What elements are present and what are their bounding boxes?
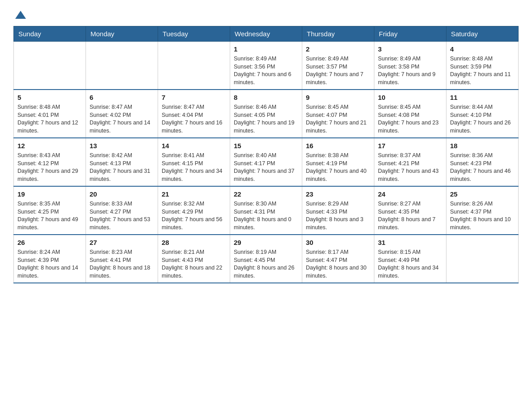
calendar-cell: 28Sunrise: 8:21 AMSunset: 4:43 PMDayligh… xyxy=(158,235,230,283)
calendar-cell: 20Sunrise: 8:33 AMSunset: 4:27 PMDayligh… xyxy=(86,186,158,235)
day-number: 2 xyxy=(306,44,370,54)
day-info: Sunrise: 8:49 AMSunset: 3:58 PMDaylight:… xyxy=(378,55,442,86)
calendar-week-row: 26Sunrise: 8:24 AMSunset: 4:39 PMDayligh… xyxy=(14,235,519,283)
day-info: Sunrise: 8:37 AMSunset: 4:21 PMDaylight:… xyxy=(378,152,442,183)
day-info: Sunrise: 8:46 AMSunset: 4:05 PMDaylight:… xyxy=(234,103,298,135)
day-number: 28 xyxy=(162,238,226,247)
day-number: 8 xyxy=(234,93,298,102)
calendar-cell: 7Sunrise: 8:47 AMSunset: 4:04 PMDaylight… xyxy=(158,90,230,138)
calendar-cell: 4Sunrise: 8:48 AMSunset: 3:59 PMDaylight… xyxy=(446,42,519,90)
day-info: Sunrise: 8:47 AMSunset: 4:02 PMDaylight:… xyxy=(90,103,154,135)
day-number: 11 xyxy=(450,93,515,102)
day-number: 21 xyxy=(162,189,226,199)
day-number: 23 xyxy=(306,189,370,199)
calendar-cell xyxy=(446,235,519,283)
day-number: 24 xyxy=(378,189,442,199)
calendar-cell: 21Sunrise: 8:32 AMSunset: 4:29 PMDayligh… xyxy=(158,186,230,235)
header-day: Friday xyxy=(374,26,446,42)
day-info: Sunrise: 8:33 AMSunset: 4:27 PMDaylight:… xyxy=(90,200,154,231)
calendar-cell: 13Sunrise: 8:42 AMSunset: 4:13 PMDayligh… xyxy=(86,138,158,186)
calendar-cell: 22Sunrise: 8:30 AMSunset: 4:31 PMDayligh… xyxy=(230,186,302,235)
calendar-cell: 12Sunrise: 8:43 AMSunset: 4:12 PMDayligh… xyxy=(14,138,86,186)
day-info: Sunrise: 8:35 AMSunset: 4:25 PMDaylight:… xyxy=(17,200,82,231)
calendar-cell: 11Sunrise: 8:44 AMSunset: 4:10 PMDayligh… xyxy=(446,90,519,138)
calendar-cell xyxy=(158,42,230,90)
svg-marker-0 xyxy=(15,11,26,19)
day-info: Sunrise: 8:44 AMSunset: 4:10 PMDaylight:… xyxy=(450,103,515,135)
day-info: Sunrise: 8:36 AMSunset: 4:23 PMDaylight:… xyxy=(450,152,515,183)
day-info: Sunrise: 8:32 AMSunset: 4:29 PMDaylight:… xyxy=(162,200,226,231)
day-info: Sunrise: 8:48 AMSunset: 3:59 PMDaylight:… xyxy=(450,55,515,86)
calendar-cell xyxy=(14,42,86,90)
day-info: Sunrise: 8:24 AMSunset: 4:39 PMDaylight:… xyxy=(17,248,82,280)
header-day: Tuesday xyxy=(158,26,230,42)
calendar-cell: 26Sunrise: 8:24 AMSunset: 4:39 PMDayligh… xyxy=(14,235,86,283)
day-info: Sunrise: 8:45 AMSunset: 4:08 PMDaylight:… xyxy=(378,103,442,135)
day-number: 27 xyxy=(90,238,154,247)
calendar-cell: 3Sunrise: 8:49 AMSunset: 3:58 PMDaylight… xyxy=(374,42,446,90)
header-day: Wednesday xyxy=(230,26,302,42)
calendar-cell: 14Sunrise: 8:41 AMSunset: 4:15 PMDayligh… xyxy=(158,138,230,186)
day-number: 14 xyxy=(162,141,226,150)
calendar-week-row: 1Sunrise: 8:49 AMSunset: 3:56 PMDaylight… xyxy=(14,42,519,90)
calendar-cell: 29Sunrise: 8:19 AMSunset: 4:45 PMDayligh… xyxy=(230,235,302,283)
page-header xyxy=(13,9,519,21)
header-day: Saturday xyxy=(446,26,519,42)
day-number: 18 xyxy=(450,141,515,150)
day-info: Sunrise: 8:48 AMSunset: 4:01 PMDaylight:… xyxy=(17,103,82,135)
calendar-body: 1Sunrise: 8:49 AMSunset: 3:56 PMDaylight… xyxy=(14,42,519,283)
day-number: 9 xyxy=(306,93,370,102)
calendar-cell: 5Sunrise: 8:48 AMSunset: 4:01 PMDaylight… xyxy=(14,90,86,138)
calendar-week-row: 12Sunrise: 8:43 AMSunset: 4:12 PMDayligh… xyxy=(14,138,519,186)
day-number: 1 xyxy=(234,44,298,54)
logo-triangle-icon xyxy=(14,9,27,21)
calendar-table: SundayMondayTuesdayWednesdayThursdayFrid… xyxy=(13,26,519,283)
day-info: Sunrise: 8:41 AMSunset: 4:15 PMDaylight:… xyxy=(162,152,226,183)
day-number: 5 xyxy=(17,93,82,102)
day-number: 10 xyxy=(378,93,442,102)
calendar-cell: 9Sunrise: 8:45 AMSunset: 4:07 PMDaylight… xyxy=(302,90,374,138)
day-number: 12 xyxy=(17,141,82,150)
day-info: Sunrise: 8:45 AMSunset: 4:07 PMDaylight:… xyxy=(306,103,370,135)
day-info: Sunrise: 8:43 AMSunset: 4:12 PMDaylight:… xyxy=(17,152,82,183)
header-day: Monday xyxy=(86,26,158,42)
day-number: 6 xyxy=(90,93,154,102)
day-number: 15 xyxy=(234,141,298,150)
header-day: Thursday xyxy=(302,26,374,42)
day-info: Sunrise: 8:38 AMSunset: 4:19 PMDaylight:… xyxy=(306,152,370,183)
day-info: Sunrise: 8:21 AMSunset: 4:43 PMDaylight:… xyxy=(162,248,226,280)
day-number: 22 xyxy=(234,189,298,199)
day-info: Sunrise: 8:49 AMSunset: 3:56 PMDaylight:… xyxy=(234,55,298,86)
day-info: Sunrise: 8:26 AMSunset: 4:37 PMDaylight:… xyxy=(450,200,515,231)
header-day: Sunday xyxy=(14,26,86,42)
day-info: Sunrise: 8:47 AMSunset: 4:04 PMDaylight:… xyxy=(162,103,226,135)
calendar-cell: 31Sunrise: 8:15 AMSunset: 4:49 PMDayligh… xyxy=(374,235,446,283)
calendar-cell: 10Sunrise: 8:45 AMSunset: 4:08 PMDayligh… xyxy=(374,90,446,138)
day-number: 13 xyxy=(90,141,154,150)
day-number: 30 xyxy=(306,238,370,247)
day-number: 7 xyxy=(162,93,226,102)
calendar-cell: 8Sunrise: 8:46 AMSunset: 4:05 PMDaylight… xyxy=(230,90,302,138)
day-number: 4 xyxy=(450,44,515,54)
calendar-cell: 2Sunrise: 8:49 AMSunset: 3:57 PMDaylight… xyxy=(302,42,374,90)
logo xyxy=(13,9,29,21)
day-info: Sunrise: 8:15 AMSunset: 4:49 PMDaylight:… xyxy=(378,248,442,280)
day-number: 29 xyxy=(234,238,298,247)
calendar-cell: 24Sunrise: 8:27 AMSunset: 4:35 PMDayligh… xyxy=(374,186,446,235)
header-row: SundayMondayTuesdayWednesdayThursdayFrid… xyxy=(14,26,519,42)
calendar-week-row: 19Sunrise: 8:35 AMSunset: 4:25 PMDayligh… xyxy=(14,186,519,235)
day-number: 17 xyxy=(378,141,442,150)
calendar-cell: 15Sunrise: 8:40 AMSunset: 4:17 PMDayligh… xyxy=(230,138,302,186)
day-info: Sunrise: 8:27 AMSunset: 4:35 PMDaylight:… xyxy=(378,200,442,231)
day-info: Sunrise: 8:17 AMSunset: 4:47 PMDaylight:… xyxy=(306,248,370,280)
calendar-cell: 16Sunrise: 8:38 AMSunset: 4:19 PMDayligh… xyxy=(302,138,374,186)
calendar-cell: 25Sunrise: 8:26 AMSunset: 4:37 PMDayligh… xyxy=(446,186,519,235)
day-info: Sunrise: 8:42 AMSunset: 4:13 PMDaylight:… xyxy=(90,152,154,183)
calendar-cell: 17Sunrise: 8:37 AMSunset: 4:21 PMDayligh… xyxy=(374,138,446,186)
day-number: 26 xyxy=(17,238,82,247)
calendar-cell: 30Sunrise: 8:17 AMSunset: 4:47 PMDayligh… xyxy=(302,235,374,283)
day-info: Sunrise: 8:49 AMSunset: 3:57 PMDaylight:… xyxy=(306,55,370,86)
day-info: Sunrise: 8:40 AMSunset: 4:17 PMDaylight:… xyxy=(234,152,298,183)
calendar-cell xyxy=(86,42,158,90)
day-number: 20 xyxy=(90,189,154,199)
